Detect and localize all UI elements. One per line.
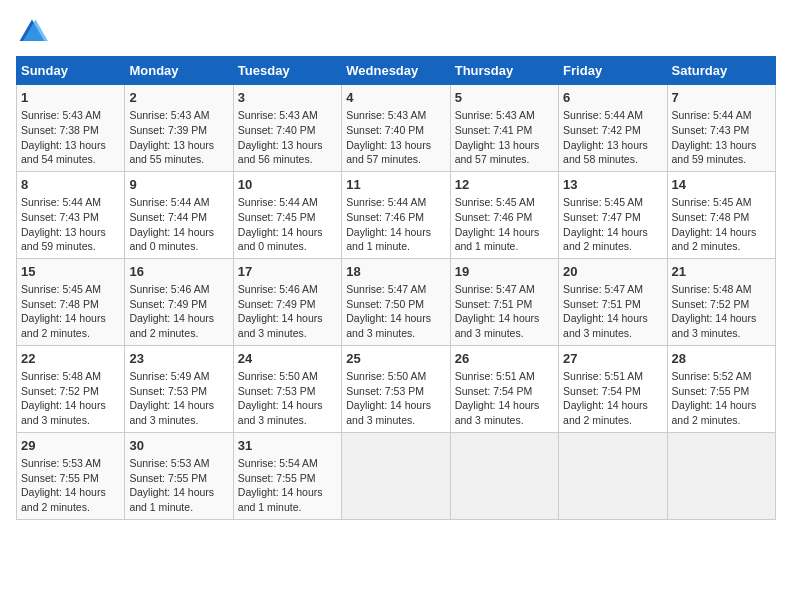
day-number: 25 (346, 350, 445, 368)
day-number: 6 (563, 89, 662, 107)
calendar-cell: 16Sunrise: 5:46 AMSunset: 7:49 PMDayligh… (125, 258, 233, 345)
calendar-table: SundayMondayTuesdayWednesdayThursdayFrid… (16, 56, 776, 520)
day-detail: Sunrise: 5:43 AM (238, 108, 337, 123)
day-detail: and 3 minutes. (672, 326, 771, 341)
day-detail: Daylight: 14 hours (129, 398, 228, 413)
day-detail: Sunrise: 5:47 AM (563, 282, 662, 297)
calendar-cell: 20Sunrise: 5:47 AMSunset: 7:51 PMDayligh… (559, 258, 667, 345)
day-detail: and 0 minutes. (129, 239, 228, 254)
day-detail: Daylight: 14 hours (238, 485, 337, 500)
day-detail: Sunrise: 5:45 AM (563, 195, 662, 210)
day-detail: Sunrise: 5:44 AM (21, 195, 120, 210)
day-detail: Daylight: 14 hours (21, 398, 120, 413)
day-detail: Daylight: 14 hours (129, 311, 228, 326)
day-detail: Sunset: 7:51 PM (455, 297, 554, 312)
day-detail: Sunset: 7:55 PM (21, 471, 120, 486)
day-detail: and 59 minutes. (21, 239, 120, 254)
day-number: 29 (21, 437, 120, 455)
day-detail: Sunset: 7:43 PM (672, 123, 771, 138)
day-header-monday: Monday (125, 57, 233, 85)
day-number: 21 (672, 263, 771, 281)
day-detail: Daylight: 14 hours (455, 311, 554, 326)
day-detail: and 55 minutes. (129, 152, 228, 167)
calendar-cell: 15Sunrise: 5:45 AMSunset: 7:48 PMDayligh… (17, 258, 125, 345)
day-detail: and 2 minutes. (563, 239, 662, 254)
day-detail: and 2 minutes. (672, 413, 771, 428)
day-detail: and 59 minutes. (672, 152, 771, 167)
day-detail: and 0 minutes. (238, 239, 337, 254)
day-detail: Sunrise: 5:51 AM (455, 369, 554, 384)
day-detail: and 54 minutes. (21, 152, 120, 167)
day-detail: Sunset: 7:45 PM (238, 210, 337, 225)
day-detail: Sunrise: 5:50 AM (238, 369, 337, 384)
day-number: 16 (129, 263, 228, 281)
day-detail: Sunset: 7:40 PM (238, 123, 337, 138)
logo-icon (16, 16, 48, 48)
day-detail: Sunset: 7:39 PM (129, 123, 228, 138)
day-detail: Sunrise: 5:52 AM (672, 369, 771, 384)
day-number: 4 (346, 89, 445, 107)
day-detail: Daylight: 14 hours (129, 225, 228, 240)
day-detail: Sunrise: 5:43 AM (346, 108, 445, 123)
calendar-cell (342, 432, 450, 519)
day-detail: Sunrise: 5:44 AM (346, 195, 445, 210)
day-number: 15 (21, 263, 120, 281)
day-detail: Sunset: 7:49 PM (129, 297, 228, 312)
day-detail: and 58 minutes. (563, 152, 662, 167)
day-header-sunday: Sunday (17, 57, 125, 85)
day-detail: Sunset: 7:38 PM (21, 123, 120, 138)
day-header-tuesday: Tuesday (233, 57, 341, 85)
day-number: 5 (455, 89, 554, 107)
calendar-cell (667, 432, 775, 519)
day-detail: and 2 minutes. (563, 413, 662, 428)
day-detail: Sunset: 7:46 PM (455, 210, 554, 225)
day-detail: and 57 minutes. (455, 152, 554, 167)
calendar-cell: 13Sunrise: 5:45 AMSunset: 7:47 PMDayligh… (559, 171, 667, 258)
day-number: 17 (238, 263, 337, 281)
day-number: 9 (129, 176, 228, 194)
calendar-cell: 14Sunrise: 5:45 AMSunset: 7:48 PMDayligh… (667, 171, 775, 258)
day-detail: Daylight: 13 hours (21, 138, 120, 153)
day-detail: Sunset: 7:54 PM (563, 384, 662, 399)
day-number: 10 (238, 176, 337, 194)
day-detail: and 1 minute. (455, 239, 554, 254)
day-detail: Daylight: 14 hours (672, 311, 771, 326)
day-detail: Daylight: 14 hours (455, 225, 554, 240)
day-detail: Sunrise: 5:44 AM (672, 108, 771, 123)
day-detail: Sunrise: 5:50 AM (346, 369, 445, 384)
day-number: 7 (672, 89, 771, 107)
day-detail: Daylight: 14 hours (346, 398, 445, 413)
day-detail: Daylight: 14 hours (672, 398, 771, 413)
day-detail: Sunset: 7:46 PM (346, 210, 445, 225)
day-detail: Sunset: 7:48 PM (21, 297, 120, 312)
calendar-cell: 28Sunrise: 5:52 AMSunset: 7:55 PMDayligh… (667, 345, 775, 432)
day-detail: Sunset: 7:41 PM (455, 123, 554, 138)
day-detail: and 3 minutes. (346, 413, 445, 428)
day-detail: Sunrise: 5:49 AM (129, 369, 228, 384)
day-detail: Daylight: 13 hours (346, 138, 445, 153)
day-number: 20 (563, 263, 662, 281)
day-detail: Sunrise: 5:54 AM (238, 456, 337, 471)
day-number: 12 (455, 176, 554, 194)
day-detail: Daylight: 14 hours (563, 225, 662, 240)
day-number: 24 (238, 350, 337, 368)
calendar-cell: 11Sunrise: 5:44 AMSunset: 7:46 PMDayligh… (342, 171, 450, 258)
calendar-cell: 29Sunrise: 5:53 AMSunset: 7:55 PMDayligh… (17, 432, 125, 519)
day-detail: Sunrise: 5:44 AM (129, 195, 228, 210)
day-header-saturday: Saturday (667, 57, 775, 85)
calendar-cell: 22Sunrise: 5:48 AMSunset: 7:52 PMDayligh… (17, 345, 125, 432)
day-detail: Daylight: 13 hours (563, 138, 662, 153)
day-detail: Sunset: 7:51 PM (563, 297, 662, 312)
day-detail: Sunrise: 5:46 AM (129, 282, 228, 297)
day-detail: Sunset: 7:44 PM (129, 210, 228, 225)
day-detail: Sunrise: 5:44 AM (563, 108, 662, 123)
day-number: 8 (21, 176, 120, 194)
calendar-cell: 21Sunrise: 5:48 AMSunset: 7:52 PMDayligh… (667, 258, 775, 345)
calendar-week-5: 29Sunrise: 5:53 AMSunset: 7:55 PMDayligh… (17, 432, 776, 519)
calendar-cell: 8Sunrise: 5:44 AMSunset: 7:43 PMDaylight… (17, 171, 125, 258)
day-number: 1 (21, 89, 120, 107)
calendar-cell: 1Sunrise: 5:43 AMSunset: 7:38 PMDaylight… (17, 85, 125, 172)
day-detail: Sunrise: 5:45 AM (21, 282, 120, 297)
day-detail: Daylight: 13 hours (21, 225, 120, 240)
calendar-cell: 6Sunrise: 5:44 AMSunset: 7:42 PMDaylight… (559, 85, 667, 172)
